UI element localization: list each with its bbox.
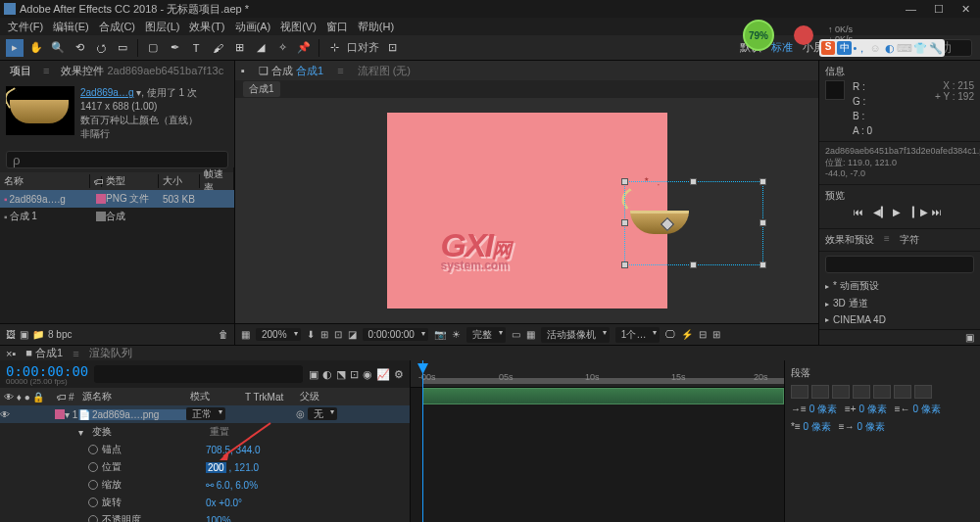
prop-scale[interactable]: 缩放 ⚯ 6.0, 6.0% [0, 476, 410, 494]
roi-icon[interactable]: ▭ [512, 329, 520, 340]
interpret-icon[interactable]: 🖼 [6, 329, 16, 340]
ime-toolbar[interactable]: S 中 •， ☺ ◐ ⌨ 👕 🔧 [819, 39, 945, 57]
frame-blend-icon[interactable]: ⊡ [350, 368, 359, 381]
justify-full-button[interactable] [914, 385, 932, 399]
camera-dropdown[interactable]: 活动摄像机 [541, 327, 610, 343]
eraser-tool[interactable]: ◢ [252, 39, 270, 57]
menu-anim[interactable]: 动画(A) [231, 20, 275, 34]
prev-frame-button[interactable]: ◀▎ [873, 207, 887, 220]
fast-preview-icon[interactable]: ⚡ [681, 329, 693, 340]
viewer-lock-icon[interactable]: ▪ [241, 65, 245, 76]
local-axis-icon[interactable]: ⊹ [325, 39, 343, 57]
project-item[interactable]: ▪合成 1 合成 [0, 208, 234, 225]
ime-tool-icon[interactable]: 🔧 [929, 41, 943, 55]
stopwatch-icon[interactable] [88, 498, 98, 507]
prop-position[interactable]: 位置 200 , 121.0 [0, 458, 410, 476]
maximize-button[interactable]: ☐ [934, 3, 944, 16]
snap-icon[interactable]: ⊡ [383, 39, 401, 57]
menu-comp[interactable]: 合成(C) [95, 20, 139, 34]
preset-category[interactable]: 3D 通道 [819, 295, 980, 312]
stopwatch-icon[interactable] [88, 445, 98, 454]
menu-help[interactable]: 帮助(H) [354, 20, 398, 34]
pen-tool[interactable]: ✒ [166, 39, 183, 57]
project-item[interactable]: ▪2ad869a….g PNG 文件 503 KB [0, 190, 234, 208]
grid-icon[interactable]: ⊞ [320, 329, 328, 340]
brush-tool[interactable]: 🖌 [209, 39, 226, 57]
anchor-point-icon[interactable] [660, 217, 673, 231]
tab-effects[interactable]: 效果和预设 [825, 233, 874, 247]
workspace-standard[interactable]: 标准 [771, 40, 793, 55]
views-dropdown[interactable]: 1个… [615, 327, 661, 343]
ime-emoji-icon[interactable]: ☺ [869, 41, 882, 55]
motion-blur-icon[interactable]: ◉ [363, 368, 372, 381]
tab-flowchart[interactable]: 流程图 (无) [352, 62, 416, 80]
tab-project[interactable]: 项目 [6, 62, 35, 80]
prop-rotation[interactable]: 旋转 0x +0.0° [0, 494, 410, 511]
rotate-tool[interactable]: ⭯ [92, 39, 110, 57]
menu-view[interactable]: 视图(V) [276, 20, 320, 34]
zoom-tool[interactable]: 🔍 [49, 39, 67, 57]
shy-icon[interactable]: ◐ [322, 368, 332, 381]
close-button[interactable]: ✕ [961, 3, 970, 16]
minimize-button[interactable]: — [906, 3, 916, 16]
play-button[interactable]: ▶ [893, 207, 906, 220]
next-frame-button[interactable]: ▎▶ [912, 207, 926, 220]
transparency-icon[interactable]: ▦ [526, 329, 535, 340]
stamp-tool[interactable]: ⊞ [230, 39, 248, 57]
project-search-input[interactable] [6, 151, 228, 168]
menu-effect[interactable]: 效果(T) [185, 20, 228, 34]
timeline-tracks[interactable]: -00s 05s 10s 15s 20s ▬ ◀━━━━━━━▶ [411, 360, 784, 522]
ime-s-icon[interactable]: S [821, 41, 835, 55]
justify-center-button[interactable] [873, 385, 891, 399]
ime-skin-icon[interactable]: 👕 [913, 41, 927, 55]
expo-icon[interactable]: 🖵 [665, 329, 675, 340]
current-time-indicator[interactable] [422, 360, 423, 522]
tab-render-queue[interactable]: 渲染队列 [89, 346, 132, 360]
trash-icon[interactable]: 🗑 [219, 329, 228, 340]
snapshot-icon[interactable]: 📷 [434, 329, 446, 340]
graph-icon[interactable]: 📈 [376, 368, 390, 381]
align-right-button[interactable] [832, 385, 850, 399]
effects-search-input[interactable] [825, 256, 974, 273]
menu-file[interactable]: 文件(F) [4, 20, 47, 34]
channel-icon[interactable]: ☀ [452, 329, 461, 340]
col-size[interactable]: 大小 [159, 174, 200, 188]
position-x-input[interactable]: 200 [206, 462, 226, 473]
resolution-dropdown[interactable]: 完整 [466, 327, 506, 343]
transform-group[interactable]: ▾ 变换 重置 [0, 423, 410, 441]
bpc-toggle[interactable]: 8 bpc [48, 329, 72, 340]
tab-comp-timeline[interactable]: ■ 合成1 [25, 346, 63, 360]
stopwatch-icon[interactable] [88, 462, 98, 472]
time-ruler[interactable]: -00s 05s 10s 15s 20s [411, 360, 784, 388]
breadcrumb-item[interactable]: 合成1 [243, 81, 280, 97]
layer-duration-bar[interactable] [422, 388, 784, 404]
tab-comp[interactable]: ❏ 合成 合成1 [253, 62, 329, 80]
stopwatch-icon[interactable] [88, 480, 98, 490]
selection-bounds[interactable] [624, 181, 763, 265]
rect-tool[interactable]: ▢ [144, 39, 162, 57]
new-folder-icon[interactable]: 📁 [32, 329, 44, 340]
layer-row[interactable]: 👁 ▾ 1 📄2ad869a….png 正常 ◎ 无 [0, 405, 410, 423]
prop-opacity[interactable]: 不透明度 100% [0, 511, 410, 522]
col-name[interactable]: 名称 [0, 174, 90, 188]
time-display[interactable]: 0:00:00:00 [363, 328, 428, 341]
mag-icon[interactable]: ▦ [241, 329, 250, 340]
prop-anchor[interactable]: 锚点 708.5, 344.0 [0, 441, 410, 458]
roto-tool[interactable]: ✧ [273, 39, 291, 57]
tab-effect-controls[interactable]: 效果控件 2ad869aeb6451ba7f13c [57, 62, 227, 80]
flowchart-icon[interactable]: ⊞ [712, 329, 720, 340]
col-type[interactable]: 类型 [102, 174, 159, 188]
preset-category[interactable]: CINEMA 4D [819, 312, 980, 327]
snap-label[interactable]: 口对齐 [347, 40, 379, 55]
guides-icon[interactable]: ⊡ [334, 329, 342, 340]
draft3d-icon[interactable]: ⬔ [336, 368, 346, 381]
tab-paragraph[interactable]: 段落 [791, 364, 974, 382]
first-frame-button[interactable]: ⏮ [854, 207, 867, 220]
preset-category[interactable]: * 动画预设 [819, 277, 980, 295]
ime-punct-icon[interactable]: •， [854, 41, 867, 55]
menu-edit[interactable]: 编辑(E) [49, 20, 93, 34]
ime-kb-icon[interactable]: ⌨ [898, 41, 911, 55]
selection-tool[interactable]: ▸ [6, 39, 24, 57]
tl-lock-icon[interactable]: ×▪ [6, 348, 16, 359]
align-left-button[interactable] [791, 385, 808, 399]
